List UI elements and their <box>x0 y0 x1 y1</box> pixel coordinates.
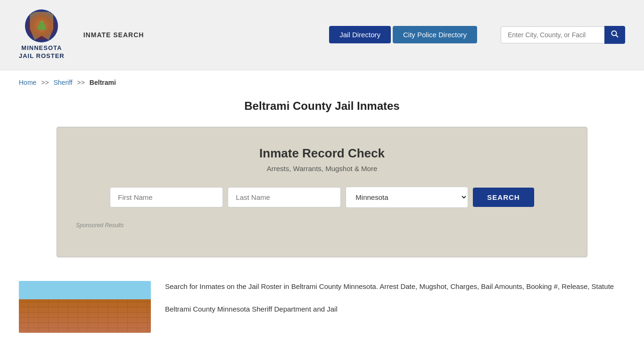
bottom-text-paragraph-2: Beltrami County Minnesota Sheriff Depart… <box>165 304 625 315</box>
search-icon <box>611 30 619 38</box>
building-image <box>19 281 151 333</box>
building-image-inner <box>19 281 151 333</box>
breadcrumb: Home >> Sheriff >> Beltrami <box>0 70 644 95</box>
header-search-bar <box>501 26 625 44</box>
first-name-input[interactable] <box>110 187 223 207</box>
jail-directory-button[interactable]: Jail Directory <box>329 26 391 43</box>
bottom-section: Search for Inmates on the Jail Roster in… <box>0 272 644 342</box>
bottom-description: Search for Inmates on the Jail Roster in… <box>165 281 625 315</box>
search-record-button[interactable]: SEARCH <box>473 188 534 207</box>
breadcrumb-sheriff[interactable]: Sheriff <box>54 79 73 86</box>
sponsored-results-label: Sponsored Results <box>76 222 568 229</box>
nav-buttons: Jail Directory City Police Directory <box>329 26 477 43</box>
bottom-text-paragraph-1: Search for Inmates on the Jail Roster in… <box>165 281 625 292</box>
record-check-subtitle: Arrests, Warrants, Mugshot & More <box>76 165 568 173</box>
state-select[interactable]: AlabamaAlaskaArizonaArkansasCaliforniaCo… <box>346 187 468 208</box>
site-logo[interactable]: MINNESOTA JAIL ROSTER <box>19 9 65 60</box>
breadcrumb-sep-1: >> <box>41 79 49 86</box>
breadcrumb-current: Beltrami <box>90 79 116 86</box>
state-seal-icon <box>25 9 58 42</box>
page-title: Beltrami County Jail Inmates <box>0 99 644 113</box>
record-check-box: Inmate Record Check Arrests, Warrants, M… <box>57 127 587 257</box>
svg-line-1 <box>616 35 619 37</box>
header-search-input[interactable] <box>501 26 604 43</box>
last-name-input[interactable] <box>228 187 341 207</box>
inmate-search-link[interactable]: INMATE SEARCH <box>83 31 144 39</box>
header-search-button[interactable] <box>604 26 625 44</box>
record-check-title: Inmate Record Check <box>76 146 568 161</box>
site-header: MINNESOTA JAIL ROSTER INMATE SEARCH Jail… <box>0 0 644 70</box>
breadcrumb-home[interactable]: Home <box>19 79 36 86</box>
svg-point-0 <box>612 31 617 35</box>
record-check-form: AlabamaAlaskaArizonaArkansasCaliforniaCo… <box>76 187 568 208</box>
city-police-directory-button[interactable]: City Police Directory <box>393 26 477 43</box>
logo-text: MINNESOTA JAIL ROSTER <box>19 44 65 60</box>
breadcrumb-sep-2: >> <box>77 79 85 86</box>
